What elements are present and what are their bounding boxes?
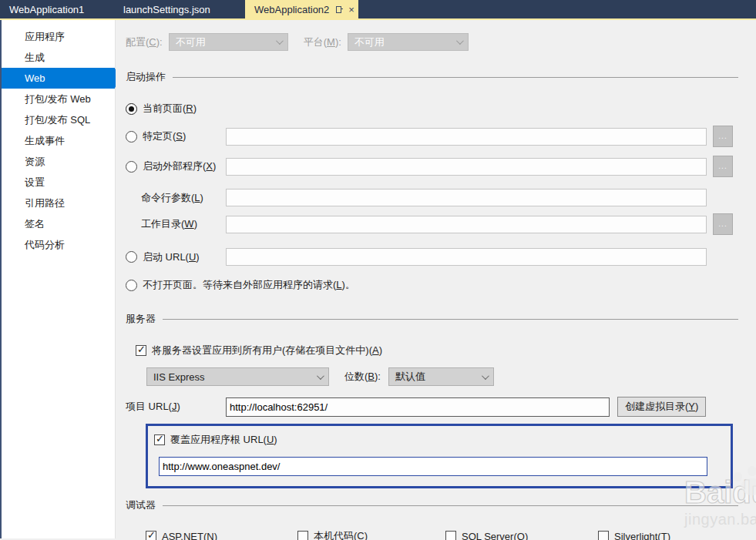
sidebar-item-package-publish-sql[interactable]: 打包/发布 SQL — [2, 109, 115, 130]
configuration-dropdown: 不可用 — [169, 33, 288, 51]
tab-label: WebApplication1 — [9, 4, 84, 15]
launch-action-section-title: 启动操作 — [126, 70, 166, 84]
sql-server-label: SQL Server(Q) — [462, 531, 528, 540]
tab-label: WebApplication2 — [254, 4, 329, 15]
annotation-highlight-box: 覆盖应用程序根 URL(U) — [146, 424, 733, 488]
apply-all-users-label: 将服务器设置应用到所有用户(存储在项目文件中)(A) — [152, 344, 382, 357]
sidebar-item-reference-paths[interactable]: 引用路径 — [2, 193, 115, 213]
specific-page-label: 特定页(S) — [143, 129, 186, 143]
external-program-radio[interactable] — [126, 161, 137, 173]
pin-icon[interactable] — [335, 5, 343, 13]
sidebar-item-code-analysis[interactable]: 代码分析 — [2, 234, 115, 255]
sidebar-item-application[interactable]: 应用程序 — [2, 26, 115, 47]
external-program-label: 启动外部程序(X) — [143, 159, 216, 173]
server-type-dropdown[interactable]: IIS Express — [146, 367, 329, 386]
specific-page-browse-button[interactable]: ... — [713, 126, 733, 147]
bitness-label: 位数(B): — [344, 370, 381, 384]
sidebar-item-build[interactable]: 生成 — [2, 47, 115, 68]
server-type-value: IIS Express — [153, 371, 204, 383]
project-url-input[interactable] — [226, 397, 610, 417]
configuration-label: 配置(C): — [126, 35, 163, 49]
tab-label: launchSettings.json — [123, 4, 210, 15]
section-divider — [163, 319, 738, 320]
section-divider — [173, 77, 738, 78]
platform-value: 不可用 — [354, 35, 385, 49]
watermark-url: jingyan.baidu.com — [684, 511, 756, 528]
dont-open-page-label: 不打开页面。等待来自外部应用程序的请求(L)。 — [143, 278, 355, 292]
sidebar-item-web[interactable]: Web — [2, 68, 115, 89]
apply-all-users-checkbox[interactable] — [136, 345, 146, 356]
baidu-paw-icon — [732, 466, 756, 497]
specific-page-input[interactable] — [226, 128, 707, 146]
platform-dropdown: 不可用 — [348, 33, 469, 51]
sidebar-item-package-publish-web[interactable]: 打包/发布 Web — [2, 89, 115, 109]
override-root-url-checkbox[interactable] — [154, 434, 165, 445]
override-root-url-label: 覆盖应用程序根 URL(U) — [170, 433, 277, 447]
start-url-radio[interactable] — [126, 251, 137, 263]
dont-open-page-radio[interactable] — [126, 280, 137, 291]
bitness-value: 默认值 — [395, 370, 425, 384]
current-page-radio[interactable] — [126, 103, 137, 115]
silverlight-checkbox[interactable] — [598, 531, 609, 540]
server-section-title: 服务器 — [126, 312, 156, 326]
web-settings-panel: 配置(C): 不可用 平台(M): 不可用 启动操作 当前页面(R) 特定页(S… — [116, 20, 756, 538]
specific-page-radio[interactable] — [126, 131, 137, 143]
working-dir-label: 工作目录(W) — [141, 217, 197, 231]
chevron-down-icon — [317, 372, 324, 380]
sidebar-item-settings[interactable]: 设置 — [2, 172, 115, 193]
platform-label: 平台(M): — [304, 35, 341, 49]
working-dir-browse-button[interactable]: ... — [713, 213, 733, 235]
configuration-value: 不可用 — [176, 35, 206, 49]
chevron-down-icon — [276, 37, 284, 45]
document-tab-bar: WebApplication1 launchSettings.json WebA… — [0, 0, 756, 20]
tab-webapplication1[interactable]: WebApplication1 — [0, 0, 114, 18]
bitness-dropdown[interactable]: 默认值 — [388, 367, 494, 386]
tab-webapplication2-active[interactable]: WebApplication2 × — [245, 0, 358, 18]
start-url-input[interactable] — [226, 248, 707, 266]
chevron-down-icon — [456, 37, 464, 45]
current-page-label: 当前页面(R) — [143, 102, 197, 116]
silverlight-label: Silverlight(T) — [614, 531, 670, 540]
working-dir-input[interactable] — [226, 216, 707, 233]
start-url-label: 启动 URL(U) — [143, 250, 200, 264]
sql-server-checkbox[interactable] — [445, 531, 456, 540]
chevron-down-icon — [482, 372, 489, 380]
create-virtual-directory-button[interactable]: 创建虚拟目录(Y) — [617, 397, 706, 417]
tab-launchsettings[interactable]: launchSettings.json — [114, 0, 240, 18]
project-url-label: 项目 URL(J) — [126, 400, 180, 414]
sidebar-item-resources[interactable]: 资源 — [2, 151, 115, 172]
external-program-browse-button[interactable]: ... — [713, 156, 733, 177]
override-root-url-input[interactable] — [159, 457, 707, 476]
native-code-label: 本机代码(C) — [314, 529, 368, 540]
properties-nav-sidebar: 应用程序 生成 Web 打包/发布 Web 打包/发布 SQL 生成事件 资源 … — [2, 20, 116, 538]
sidebar-item-signing[interactable]: 签名 — [2, 213, 115, 234]
aspnet-label: ASP.NET(N) — [162, 531, 217, 540]
command-args-label: 命令行参数(L) — [141, 191, 203, 205]
aspnet-checkbox[interactable] — [146, 531, 156, 540]
sidebar-item-build-events[interactable]: 生成事件 — [2, 130, 115, 151]
section-divider — [163, 505, 738, 506]
native-code-checkbox[interactable] — [297, 531, 308, 540]
external-program-input[interactable] — [226, 158, 707, 176]
command-args-input[interactable] — [226, 189, 707, 206]
debugger-section-title: 调试器 — [126, 498, 156, 512]
close-icon[interactable]: × — [348, 5, 354, 15]
